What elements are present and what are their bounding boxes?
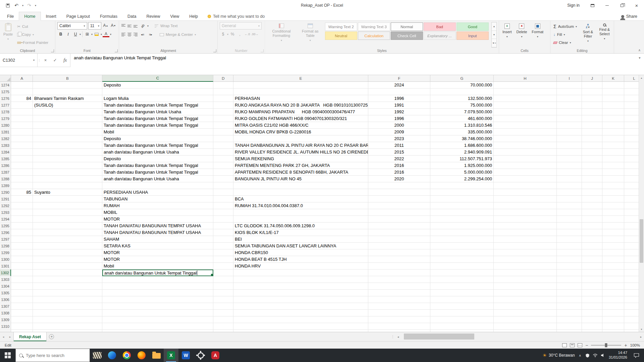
clipboard-dialog-launcher[interactable] bbox=[51, 49, 54, 52]
cell-I1281[interactable] bbox=[557, 129, 582, 135]
cell-B1278[interactable] bbox=[33, 109, 102, 115]
cell-K1295[interactable] bbox=[602, 223, 624, 229]
cell-I1301[interactable] bbox=[557, 263, 582, 269]
cell-A1295[interactable] bbox=[11, 223, 33, 229]
cell-I1291[interactable] bbox=[557, 196, 582, 202]
cell-L1286[interactable] bbox=[624, 162, 639, 169]
column-header-D[interactable]: D bbox=[213, 75, 233, 82]
cell-A1294[interactable] bbox=[11, 216, 33, 223]
close-button[interactable]: × bbox=[629, 0, 644, 11]
cell-B1282[interactable] bbox=[33, 135, 102, 142]
cell-H1275[interactable] bbox=[494, 88, 557, 95]
cell-H1308[interactable] bbox=[494, 310, 557, 316]
cell-F1287[interactable]: 2016 bbox=[368, 169, 430, 176]
cell-A1306[interactable] bbox=[11, 296, 33, 303]
cell-F1290[interactable] bbox=[368, 189, 430, 196]
cell-K1304[interactable] bbox=[602, 283, 624, 290]
taskbar-folder-app[interactable] bbox=[149, 349, 164, 362]
cell-I1285[interactable] bbox=[557, 156, 582, 162]
cell-D1298[interactable] bbox=[213, 243, 233, 249]
cell-K1283[interactable] bbox=[602, 142, 624, 149]
cell-E1278[interactable]: RUKO MAMPANG PRAPATAN HGB 09040000300476… bbox=[233, 109, 368, 115]
row-header-1298[interactable]: 1298 bbox=[0, 243, 11, 249]
cell-I1279[interactable] bbox=[557, 115, 582, 122]
cell-style-warning-text-3[interactable]: Warning Text 3 bbox=[358, 22, 390, 31]
scroll-right-button[interactable]: ▸ bbox=[638, 332, 644, 341]
cell-I1278[interactable] bbox=[557, 109, 582, 115]
underline-button[interactable]: U bbox=[72, 31, 79, 38]
cell-H1279[interactable] bbox=[494, 115, 557, 122]
ribbon-tab-home[interactable]: Home bbox=[19, 12, 41, 21]
cell-F1309[interactable] bbox=[368, 316, 430, 323]
cell-J1285[interactable] bbox=[582, 156, 602, 162]
cell-K1277[interactable] bbox=[602, 102, 624, 109]
ribbon-tab-data[interactable]: Data bbox=[122, 12, 141, 20]
row-header-1280[interactable]: 1280 bbox=[0, 122, 11, 129]
cell-D1306[interactable] bbox=[213, 296, 233, 303]
cell-I1288[interactable] bbox=[557, 176, 582, 182]
row-header-1287[interactable]: 1287 bbox=[0, 169, 11, 176]
row-header-1296[interactable]: 1296 bbox=[0, 229, 11, 236]
cell-I1274[interactable] bbox=[557, 82, 582, 88]
cell-B1290[interactable]: Suyanto bbox=[33, 189, 102, 196]
cell-A1290[interactable]: 85 bbox=[11, 189, 33, 196]
zoom-in-button[interactable]: + bbox=[624, 343, 627, 348]
cell-F1281[interactable]: 2009 bbox=[368, 129, 430, 135]
cell-D1303[interactable] bbox=[213, 276, 233, 283]
cell-G1290[interactable] bbox=[430, 189, 494, 196]
cell-B1279[interactable] bbox=[33, 115, 102, 122]
cell-I1276[interactable] bbox=[557, 95, 582, 102]
shield-icon[interactable] bbox=[585, 353, 590, 358]
cell-A1291[interactable] bbox=[11, 196, 33, 202]
cell-F1294[interactable] bbox=[368, 216, 430, 223]
cell-G1298[interactable] bbox=[430, 243, 494, 249]
font-color-button[interactable]: A bbox=[103, 32, 109, 37]
column-header-G[interactable]: G bbox=[430, 75, 494, 82]
cell-E1287[interactable]: APARTEMEN RESIDENCE 8 SENOPATI 66BH, JAK… bbox=[233, 169, 368, 176]
cell-E1307[interactable] bbox=[233, 303, 368, 310]
cell-H1296[interactable] bbox=[494, 229, 557, 236]
cell-D1285[interactable] bbox=[213, 156, 233, 162]
cell-F1276[interactable]: 1996 bbox=[368, 95, 430, 102]
cell-E1295[interactable]: LTC GLODOK 31.74.050.006.009.1298.0 bbox=[233, 223, 368, 229]
cell-G1274[interactable]: 70.000.000 bbox=[430, 82, 494, 88]
find-select-button[interactable]: Find & Select▾ bbox=[597, 22, 612, 48]
cell-I1289[interactable] bbox=[557, 182, 582, 189]
cell-J1306[interactable] bbox=[582, 296, 602, 303]
cell-E1276[interactable]: PERHIASAN bbox=[233, 95, 368, 102]
cell-style-calculation[interactable]: Calculation bbox=[358, 32, 390, 40]
cell-style-input[interactable]: Input bbox=[457, 32, 489, 40]
cell-G1276[interactable]: 132.500.000 bbox=[430, 95, 494, 102]
align-top-icon[interactable] bbox=[121, 24, 126, 28]
cell-L1296[interactable] bbox=[624, 229, 639, 236]
cell-B1292[interactable] bbox=[33, 202, 102, 209]
cell-C1290[interactable]: PERSEDIAAN USAHA bbox=[102, 189, 213, 196]
cell-G1289[interactable] bbox=[430, 182, 494, 189]
cell-K1292[interactable] bbox=[602, 202, 624, 209]
paste-button[interactable]: Paste▾ bbox=[2, 22, 14, 48]
cell-J1291[interactable] bbox=[582, 196, 602, 202]
cell-H1280[interactable] bbox=[494, 122, 557, 129]
cell-H1281[interactable] bbox=[494, 129, 557, 135]
cell-L1291[interactable] bbox=[624, 196, 639, 202]
cell-I1308[interactable] bbox=[557, 310, 582, 316]
cell-C1287[interactable]: Tanah dan/atau Bangunan Untuk Tempat Tin… bbox=[102, 169, 213, 176]
cell-A1276[interactable]: 84 bbox=[11, 95, 33, 102]
cell-G1293[interactable] bbox=[430, 209, 494, 216]
cell-L1307[interactable] bbox=[624, 303, 639, 310]
cell-J1275[interactable] bbox=[582, 88, 602, 95]
percent-style-button[interactable]: % bbox=[229, 31, 236, 38]
horizontal-scroll-track[interactable] bbox=[401, 332, 638, 341]
cell-B1284[interactable] bbox=[33, 149, 102, 156]
orientation-button[interactable]: ab bbox=[138, 21, 147, 31]
cell-A1274[interactable] bbox=[11, 82, 33, 88]
cell-H1290[interactable] bbox=[494, 189, 557, 196]
cell-B1275[interactable] bbox=[33, 88, 102, 95]
cell-F1296[interactable] bbox=[368, 229, 430, 236]
cell-A1307[interactable] bbox=[11, 303, 33, 310]
cell-K1299[interactable] bbox=[602, 249, 624, 256]
gallery-more-button[interactable]: ▼≡ bbox=[492, 39, 496, 47]
ribbon-tab-formulas[interactable]: Formulas bbox=[95, 12, 122, 20]
cell-A1303[interactable] bbox=[11, 276, 33, 283]
cell-L1285[interactable] bbox=[624, 156, 639, 162]
